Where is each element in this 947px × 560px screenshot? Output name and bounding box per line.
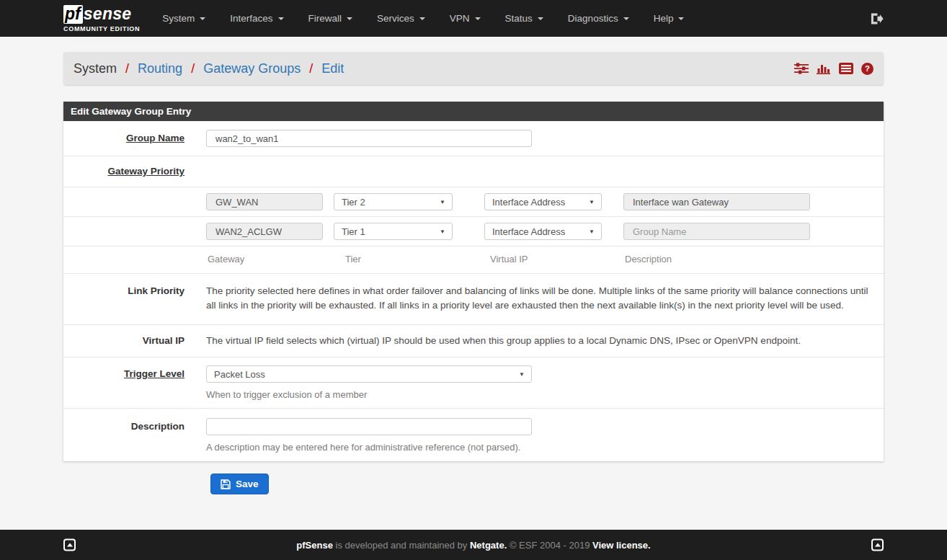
virtual-ip-select-wrap: Interface Address xyxy=(484,223,602,240)
nav-item-status[interactable]: Status xyxy=(493,0,556,37)
main-menu: System Interfaces Firewall Services VPN … xyxy=(150,0,696,37)
up-arrow-icon xyxy=(875,543,881,547)
nav-item-label: Status xyxy=(505,13,533,24)
nav-item-label: Diagnostics xyxy=(568,13,618,24)
footer-netgate: Netgate. xyxy=(470,540,507,551)
form-row-link-priority: Link Priority The priority selected here… xyxy=(63,274,884,325)
pfsense-logo-text: pfsense xyxy=(63,4,131,24)
nav-item-interfaces[interactable]: Interfaces xyxy=(218,0,295,37)
nav-item-label: Help xyxy=(654,13,674,24)
nav-item-label: Services xyxy=(377,13,414,24)
panel-title: Edit Gateway Group Entry xyxy=(63,102,884,121)
chart-bar-icon[interactable] xyxy=(817,63,831,74)
chevron-down-icon xyxy=(623,17,629,20)
chevron-down-icon xyxy=(475,17,481,20)
gateway-row: Tier 1 Interface Address xyxy=(63,217,884,246)
trigger-level-label: Trigger Level xyxy=(124,368,184,379)
help-icon[interactable]: ? xyxy=(861,63,873,75)
nav-item-vpn[interactable]: VPN xyxy=(437,0,493,37)
scroll-top-icon[interactable] xyxy=(63,539,76,551)
log-icon[interactable] xyxy=(839,63,853,74)
nav-item-diagnostics[interactable]: Diagnostics xyxy=(556,0,641,37)
virtual-ip-text: The virtual IP field selects which (virt… xyxy=(206,334,873,348)
save-icon xyxy=(221,479,231,489)
form-row-description: Description A description may be entered… xyxy=(63,409,884,461)
save-button-label: Save xyxy=(236,479,259,489)
breadcrumb-link-gateway-groups[interactable]: Gateway Groups xyxy=(203,61,301,76)
virtual-ip-select[interactable]: Interface Address xyxy=(484,193,602,210)
nav-item-firewall[interactable]: Firewall xyxy=(296,0,365,37)
chevron-down-icon xyxy=(419,17,425,20)
virtual-ip-select-wrap: Interface Address xyxy=(484,193,602,210)
form-row-group-name: Group Name xyxy=(63,121,884,156)
svg-text:?: ? xyxy=(865,64,870,73)
virtual-ip-label: Virtual IP xyxy=(143,335,184,346)
gateway-name-input xyxy=(206,223,323,240)
link-priority-label: Link Priority xyxy=(128,285,184,296)
nav-item-label: Interfaces xyxy=(230,13,272,24)
breadcrumb-current: System xyxy=(74,61,117,76)
breadcrumb-separator: / xyxy=(191,61,195,76)
column-header-virtual-ip: Virtual IP xyxy=(484,254,602,265)
scroll-top-icon[interactable] xyxy=(871,539,884,551)
breadcrumb-separator: / xyxy=(125,61,129,76)
group-name-label: Group Name xyxy=(126,133,184,143)
logo-pf-badge: pf xyxy=(63,5,83,24)
form-row-virtual-ip: Virtual IP The virtual IP field selects … xyxy=(63,325,884,357)
footer-copyright: © ESF 2004 - 2019 xyxy=(507,540,592,551)
nav-item-services[interactable]: Services xyxy=(365,0,437,37)
gateway-priority-label: Gateway Priority xyxy=(107,166,184,177)
gateway-description-input xyxy=(623,193,810,210)
nav-item-label: VPN xyxy=(450,13,470,24)
nav-item-label: Firewall xyxy=(308,13,342,24)
logout-icon[interactable] xyxy=(870,12,884,25)
description-help: A description may be entered here for ad… xyxy=(206,442,873,453)
trigger-level-select[interactable]: Packet Loss xyxy=(206,365,532,383)
group-name-input[interactable] xyxy=(206,130,532,147)
column-header-tier: Tier xyxy=(334,254,453,265)
footer-text: pfSense is developed and maintained by N… xyxy=(296,540,650,551)
footer: pfSense is developed and maintained by N… xyxy=(0,530,947,560)
link-priority-text: The priority selected here defines in wh… xyxy=(206,284,873,313)
tier-select-wrap: Tier 1 xyxy=(334,223,453,240)
gateway-row: Tier 2 Interface Address xyxy=(63,187,884,217)
gateway-name-input xyxy=(206,193,323,210)
save-button[interactable]: Save xyxy=(210,474,269,494)
column-header-description: Description xyxy=(623,254,810,265)
footer-pfsense: pfSense xyxy=(296,540,333,551)
form-row-gateway-priority: Gateway Priority xyxy=(63,156,884,187)
footer-maintained-text: is developed and maintained by xyxy=(333,540,470,551)
gateway-column-headers: Gateway Tier Virtual IP Description xyxy=(63,246,884,274)
trigger-level-select-wrap: Packet Loss xyxy=(206,365,532,383)
breadcrumb: System / Routing / Gateway Groups / Edit xyxy=(63,52,884,85)
breadcrumb-link-routing[interactable]: Routing xyxy=(138,61,182,76)
footer-view-license-link[interactable]: View license. xyxy=(592,540,651,551)
top-navbar: pfsense COMMUNITY EDITION System Interfa… xyxy=(0,0,947,37)
trigger-level-help: When to trigger exclusion of a member xyxy=(206,389,873,401)
description-input[interactable] xyxy=(206,418,532,435)
chevron-down-icon xyxy=(678,17,684,20)
tier-select-wrap: Tier 2 xyxy=(334,193,453,210)
nav-item-label: System xyxy=(162,13,195,24)
sliders-icon[interactable] xyxy=(794,63,809,74)
breadcrumb-link-edit[interactable]: Edit xyxy=(321,61,344,76)
chevron-down-icon xyxy=(200,17,205,20)
pfsense-logo[interactable]: pfsense COMMUNITY EDITION xyxy=(63,4,140,32)
column-header-gateway: Gateway xyxy=(206,254,323,265)
sign-out-icon xyxy=(870,12,884,25)
gateway-description-input xyxy=(623,223,810,240)
tier-select[interactable]: Tier 2 xyxy=(334,193,453,210)
breadcrumb-separator: / xyxy=(309,61,313,76)
nav-item-system[interactable]: System xyxy=(150,0,218,37)
description-label: Description xyxy=(131,421,184,432)
logo-edition-text: COMMUNITY EDITION xyxy=(63,25,140,32)
chevron-down-icon xyxy=(278,17,284,20)
virtual-ip-select[interactable]: Interface Address xyxy=(484,223,602,240)
edit-gateway-group-panel: Edit Gateway Group Entry Group Name Gate… xyxy=(63,102,884,461)
chevron-down-icon xyxy=(538,17,543,20)
tier-select[interactable]: Tier 1 xyxy=(334,223,453,240)
nav-item-help[interactable]: Help xyxy=(641,0,697,37)
chevron-down-icon xyxy=(347,17,352,20)
form-row-trigger-level: Trigger Level Packet Loss When to trigge… xyxy=(63,357,884,409)
logo-sense-text: sense xyxy=(84,4,132,24)
